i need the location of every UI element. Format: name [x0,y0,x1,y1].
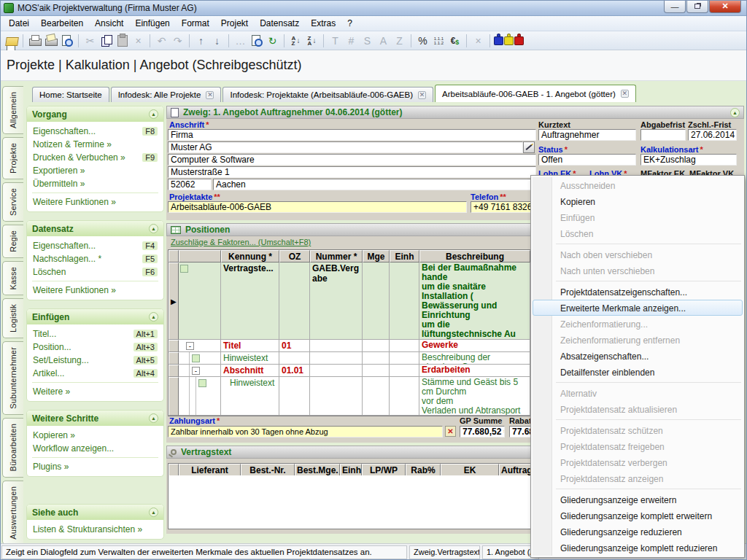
table-row[interactable]: HinweistextStämme und Geäst bis 5 cm Dur… [169,377,530,416]
cell-einh[interactable] [390,340,419,352]
collapse-section-icon[interactable]: ▲ [149,109,158,119]
cell-kennung[interactable]: Titel [221,340,279,352]
context-menu-item-detailfenster-einblenden[interactable]: Detailfenster einblenden [533,364,743,380]
plugin-blue-icon[interactable] [494,36,503,45]
column-header-rab[interactable]: Rab% [406,464,441,476]
zuschlaege-faktoren-link[interactable]: Zuschläge & Faktoren... (Umschalt+F8) [171,238,311,246]
sidebar-section-header[interactable]: Einfügen▲ [27,309,163,324]
cell-beschreibung[interactable]: Gewerke [419,340,530,352]
numbering-icon[interactable]: 1.1.11.1.2 [431,33,446,48]
cell-beschreibung[interactable]: Stämme und Geäst bis 5 cm Durchm vor dem… [419,377,530,416]
column-header-auftrag[interactable]: Auftrag [499,464,532,476]
module-tab-logistik[interactable]: Logistik [2,298,23,338]
cell-mge[interactable] [363,340,390,352]
minimize-button[interactable]: — [664,0,686,13]
menu-datensatz[interactable]: Datensatz [254,17,305,30]
context-menu-item-absatzeigenschaften[interactable]: Absatzeigenschaften... [533,348,743,364]
cell-nummer[interactable] [310,340,363,352]
move-down-icon[interactable]: ↓ [209,33,225,48]
percent-icon[interactable]: % [415,33,430,48]
sidebar-item-set-leistung[interactable]: Set/Leistung...Alt+5 [27,354,163,367]
menu-datei[interactable]: Datei [3,17,35,30]
module-tab-subunternehmer[interactable]: Subunternehmer [2,341,23,415]
abgabefrist-field[interactable] [640,129,686,141]
sidebar-item-löschen[interactable]: LöschenF6 [27,265,163,279]
cell-nummer[interactable] [310,365,363,377]
menu-projekt[interactable]: Projekt [215,17,254,30]
cell-oz[interactable] [279,352,310,365]
collapse-node-icon[interactable]: - [192,367,200,375]
tree-cell[interactable]: - [179,365,221,377]
anschrift-line2-field[interactable]: Muster AG [168,141,523,153]
clear-zahlungsart-icon[interactable]: ✕ [445,426,456,437]
sidebar-section-header[interactable]: Datensatz▲ [27,221,163,236]
plugin-red-icon[interactable] [514,36,524,45]
cell-oz[interactable]: 01 [279,340,310,352]
positionen-grid[interactable]: Kennung *OZNummer *MgeEinhBeschreibung▶V… [168,249,531,416]
collapse-node-icon[interactable]: - [186,342,194,350]
vertragstext-empty-body[interactable] [168,475,533,529]
collapse-section-icon[interactable]: ▲ [149,312,158,322]
module-tab-regie[interactable]: Regie [2,225,23,258]
cell-oz[interactable] [279,262,310,340]
anschrift-line4-field[interactable]: Musterstraße 1 [168,166,536,178]
row-selector[interactable] [169,340,179,352]
close-button[interactable]: ✕ [709,0,741,13]
row-selector[interactable] [169,377,179,416]
column-header-best-nr[interactable]: Best.-Nr. [241,464,295,476]
cell-einh[interactable] [390,365,419,377]
module-tab-projekte[interactable]: Projekte [2,137,23,179]
sidebar-item-übermitteln[interactable]: Übermitteln » [27,177,163,190]
table-row[interactable]: -Titel01Gewerke [169,340,530,352]
context-menu-item-kopieren[interactable]: Kopieren [533,193,743,209]
tab-close-icon[interactable]: ✕ [418,91,426,99]
column-header-nummer[interactable]: Nummer * [310,250,363,262]
column-header-best-mge[interactable]: Best.Mge. [295,464,340,476]
cell-mge[interactable] [363,262,390,340]
column-header-lieferant[interactable]: Lieferant [179,464,241,476]
tab-home-startseite[interactable]: Home: Startseite [32,87,109,102]
move-up-icon[interactable]: ↑ [193,33,209,48]
context-menu-item-projektdatensatzeigenschaften[interactable]: Projektdatensatzeigenschaften... [533,284,743,300]
tab-arbeitsabläufe-006-gaeb-1-angebot-götter[interactable]: Arbeitsabläufe-006-GAEB - 1. Angebot (gö… [435,85,636,102]
context-menu-item-gliederungsanzeige-reduzieren[interactable]: Gliederungsanzeige reduzieren [533,524,743,540]
tab-close-icon[interactable]: ✕ [206,91,214,99]
sidebar-item-exportieren[interactable]: Exportieren » [27,164,163,177]
sidebar-item-eigenschaften[interactable]: Eigenschaften...F8 [27,125,163,138]
row-selector[interactable] [169,365,179,377]
column-header-einh[interactable]: Einh [390,250,419,262]
menu-[interactable]: ? [341,17,358,30]
sidebar-item-plugins[interactable]: Plugins » [27,460,163,473]
column-header-kennung[interactable]: Kennung * [221,250,279,262]
sidebar-item-weitere-funktionen[interactable]: Weitere Funktionen » [27,284,163,297]
sidebar-section-header[interactable]: Weitere Schritte▲ [27,411,163,426]
checkbox-icon[interactable] [198,379,206,387]
cell-oz[interactable]: 01.01 [279,365,310,377]
column-header-beschreibung[interactable]: Beschreibung [419,250,530,262]
gp-summe-field[interactable]: 77.680,52 € [460,426,505,438]
column-header[interactable] [179,250,221,262]
zschl-frist-field[interactable]: 27.06.2014 [688,129,737,141]
tree-cell[interactable] [179,377,221,416]
sidebar-item-eigenschaften[interactable]: Eigenschaften...F4 [27,239,163,252]
sort-ascending-icon[interactable]: AZ↓ [288,33,303,48]
module-tab-auswertungen[interactable]: Auswertungen [2,481,23,545]
sidebar-section-header[interactable]: Siehe auch▲ [27,505,163,520]
cell-beschreibung[interactable]: Bei der Baumaßnahme hande um die snaitär… [419,262,530,340]
cell-mge[interactable] [363,352,390,365]
cell-einh[interactable] [390,352,419,365]
sort-descending-icon[interactable]: ZA↓ [304,33,320,48]
cell-einh[interactable] [390,377,419,416]
table-row[interactable]: ▶Vertragste...GAEB.VergabeBei der Baumaß… [169,262,530,340]
column-header-lp-wp[interactable]: LP/WP [362,464,406,476]
module-tab-büroarbeiten[interactable]: Büroarbeiten [2,418,23,477]
restore-button[interactable] [686,0,708,13]
checkbox-icon[interactable] [180,265,188,273]
sidebar-item-weitere-funktionen[interactable]: Weitere Funktionen » [27,195,163,209]
module-tab-kasse[interactable]: Kasse [2,261,23,296]
collapse-section-icon[interactable]: ▲ [149,224,158,233]
open-folder-icon[interactable] [4,33,19,48]
cell-nummer[interactable] [310,377,363,416]
cell-nummer[interactable] [310,352,363,365]
column-header-mge[interactable]: Mge [363,250,390,262]
